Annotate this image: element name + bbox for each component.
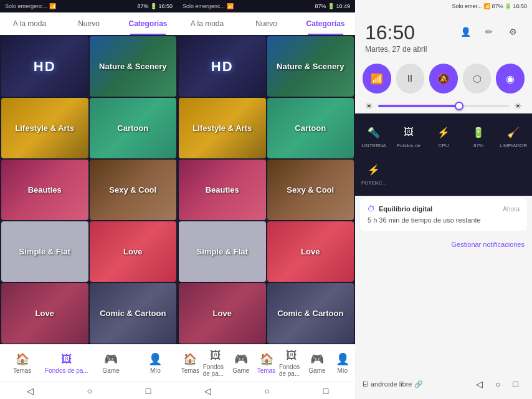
- brightness-fill: [378, 105, 463, 107]
- left-tab-categorias[interactable]: Categorías: [118, 12, 178, 35]
- right-nav-fondos2-icon: 🖼: [286, 349, 297, 362]
- limpiador-label: LIMPIADOR: [500, 143, 527, 148]
- right-nav-mio-icon: 👤: [336, 352, 349, 366]
- right-nav-mio-label: Mío: [337, 367, 348, 374]
- left-nav-fondos[interactable]: 🖼 Fondos de pa...: [44, 353, 88, 374]
- left-bottom-nav: 🏠 Temas 🖼 Fondos de pa... 🎮 Game 👤 Mío: [0, 344, 178, 382]
- notif-manage-link[interactable]: Gestionar notificaciones: [355, 233, 532, 254]
- left-category-grid: HD Nature & Scenery Lifestyle & Arts Car…: [0, 35, 178, 344]
- right-grid-item-cartoon[interactable]: Cartoon: [267, 98, 354, 158]
- notification-item: ⏱ Equilibrio digital Ahora 5 h 36 min de…: [360, 198, 527, 231]
- right-grid-item-beauties[interactable]: Beauties: [179, 160, 266, 220]
- right-nav-game-label: Game: [232, 367, 249, 374]
- right-tab-categorias[interactable]: Categorías: [296, 12, 355, 35]
- toggle-nfc[interactable]: ◉: [496, 64, 525, 94]
- left-nav-game[interactable]: 🎮 Game: [89, 352, 133, 374]
- right-grid-item-hd[interactable]: HD: [179, 36, 266, 97]
- right-grid-item-love[interactable]: Love: [267, 221, 354, 282]
- nfc-icon: ◉: [506, 73, 515, 85]
- wifi-icon: 📶: [371, 73, 383, 85]
- right-nav-temas2-icon: 🏠: [260, 352, 273, 366]
- right-grid-item-love2[interactable]: Love: [179, 283, 266, 344]
- notif-settings-btn[interactable]: ⚙: [503, 22, 522, 41]
- notif-quick-icons: 👤 ✏ ⚙: [456, 22, 522, 41]
- notif-recent-btn[interactable]: □: [507, 377, 525, 392]
- notif-home-btn[interactable]: ○: [489, 377, 506, 392]
- left-recent-btn[interactable]: □: [140, 383, 157, 398]
- right-nav-fondos[interactable]: 🖼 Fondos de pa...: [203, 349, 229, 377]
- notif-time-section: 16:50 Martes, 27 de abril 👤 ✏ ⚙: [355, 12, 532, 59]
- left-grid-item-love2[interactable]: Love: [1, 283, 88, 344]
- right-nav-game[interactable]: 🎮 Game: [228, 352, 254, 374]
- right-tab-nuevo[interactable]: Nuevo: [237, 12, 296, 35]
- right-back-btn[interactable]: ◁: [198, 383, 217, 398]
- right-home-btn[interactable]: ○: [259, 383, 276, 398]
- left-nav-tabs: A la moda Nuevo Categorías: [0, 12, 178, 35]
- right-nav-tabs: A la moda Nuevo Categorías: [178, 12, 355, 35]
- notif-back-btn[interactable]: ◁: [470, 377, 489, 392]
- right-nav-fondos2[interactable]: 🖼 Fondos de pa...: [279, 349, 305, 377]
- right-nav-temas2[interactable]: 🏠 Temas: [254, 352, 279, 374]
- cpu-label: CPU: [439, 143, 449, 148]
- left-nav-temas[interactable]: 🏠 Temas: [0, 352, 44, 374]
- left-nav-fondos-icon: 🖼: [61, 353, 72, 366]
- right-nav-game2[interactable]: 🎮 Game: [305, 352, 330, 374]
- brightness-row: ☀ ☀: [355, 99, 532, 113]
- right-grid-item-comic[interactable]: Comic & Cartoon: [267, 283, 354, 344]
- toggle-bluetooth[interactable]: ⬡: [463, 64, 492, 94]
- notif-empty-space: [355, 254, 532, 369]
- notif-avatar-btn[interactable]: 👤: [456, 22, 475, 41]
- right-bottom-nav: 🏠 Temas 🖼 Fondos de pa... 🎮 Game 🏠 Temas…: [178, 344, 355, 382]
- left-grid-item-hd[interactable]: HD: [1, 36, 88, 97]
- left-grid-item-comic[interactable]: Comic & Cartoon: [90, 283, 177, 344]
- right-grid-item-simple[interactable]: Simple & Flat: [179, 221, 266, 282]
- left-status-bar: Solo emergenc... 📶 87% 🔋 16:50: [0, 0, 178, 12]
- right-sys-nav: ◁ ○ □: [178, 382, 355, 399]
- action-cpu[interactable]: ⚡ CPU: [427, 118, 460, 153]
- right-nav-game-icon: 🎮: [234, 352, 248, 366]
- notif-item-icon: ⏱: [368, 204, 375, 213]
- left-nav-mio[interactable]: 👤 Mío: [133, 352, 178, 374]
- right-grid-item-lifestyle[interactable]: Lifestyle & Arts: [179, 98, 266, 158]
- left-grid-item-beauties[interactable]: Beauties: [1, 160, 88, 220]
- left-back-btn[interactable]: ◁: [21, 383, 40, 398]
- silent-icon: 🔕: [437, 73, 450, 85]
- notif-time-display: 16:50: [365, 22, 427, 42]
- left-grid-item-nature[interactable]: Nature & Scenery: [90, 36, 177, 97]
- action-potenc[interactable]: ⚡ POTENC...: [358, 156, 390, 191]
- right-nav-fondos-icon: 🖼: [210, 349, 221, 362]
- right-recent-btn[interactable]: □: [317, 383, 335, 398]
- right-tab-a-la-moda[interactable]: A la moda: [178, 12, 237, 35]
- right-grid-content: HD Nature & Scenery Lifestyle & Arts Car…: [178, 35, 355, 344]
- notification-panel: Solo emer... 📶 87% 🔋 16:50 16:50 Martes,…: [355, 0, 532, 399]
- right-nav-temas[interactable]: 🏠 Temas: [178, 352, 203, 374]
- left-grid-item-sexy[interactable]: Sexy & Cool: [90, 160, 177, 220]
- toggle-wifi[interactable]: 📶: [363, 64, 391, 94]
- action-battery[interactable]: 🔋 87%: [462, 118, 495, 153]
- right-nav-game2-label: Game: [308, 367, 325, 374]
- left-tab-a-la-moda[interactable]: A la moda: [0, 12, 59, 35]
- notif-edit-btn[interactable]: ✏: [480, 22, 498, 41]
- brightness-thumb: [455, 102, 463, 110]
- right-grid-item-nature[interactable]: Nature & Scenery: [267, 36, 354, 97]
- left-grid-item-cartoon[interactable]: Cartoon: [90, 98, 177, 158]
- left-grid-item-lifestyle[interactable]: Lifestyle & Arts: [1, 98, 88, 158]
- right-nav-fondos2-label: Fondos de pa...: [279, 363, 305, 377]
- action-fondos[interactable]: 🖼 Fondos de: [392, 118, 425, 153]
- right-grid-item-sexy[interactable]: Sexy & Cool: [267, 160, 354, 220]
- toggle-silent[interactable]: 🔕: [429, 64, 458, 94]
- right-nav-mio[interactable]: 👤 Mío: [330, 352, 355, 374]
- toggle-pause[interactable]: ⏸: [396, 64, 425, 94]
- action-limpiador[interactable]: 🧹 LIMPIADOR: [497, 118, 530, 153]
- left-grid-item-simple[interactable]: Simple & Flat: [1, 221, 88, 282]
- left-home-btn[interactable]: ○: [81, 383, 98, 398]
- left-nav-mio-icon: 👤: [148, 352, 162, 366]
- manage-notifications-text[interactable]: Gestionar notificaciones: [452, 241, 525, 248]
- brightness-slider[interactable]: [378, 105, 509, 107]
- fondos-label: Fondos de: [397, 143, 420, 148]
- left-grid-item-love[interactable]: Love: [90, 221, 177, 282]
- notif-item-body: 5 h 36 min de tiempo de uso restante: [368, 216, 520, 224]
- action-linterna[interactable]: 🔦 LINTERNA: [358, 118, 390, 153]
- left-tab-nuevo[interactable]: Nuevo: [59, 12, 118, 35]
- limpiador-icon: 🧹: [505, 123, 522, 141]
